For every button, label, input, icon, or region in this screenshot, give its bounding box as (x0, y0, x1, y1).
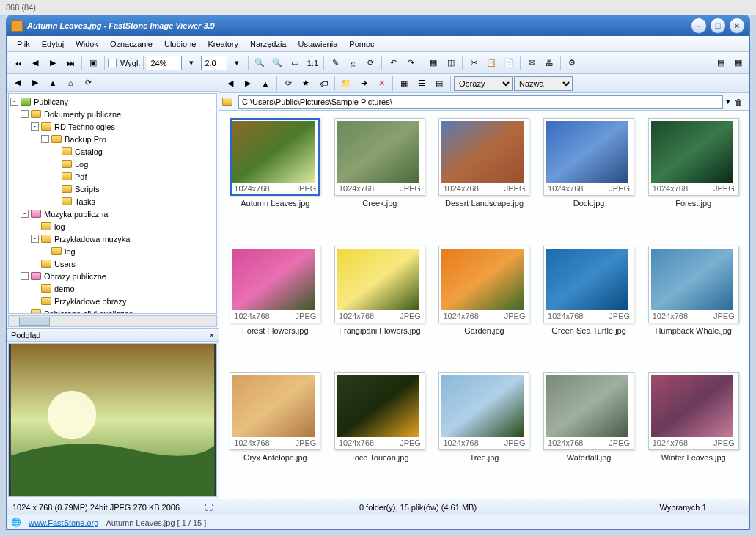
zoom-out-icon[interactable]: 🔍 (252, 55, 268, 71)
rt-up-icon[interactable]: ▲ (257, 76, 274, 92)
menu-oznaczanie[interactable]: Oznaczanie (104, 37, 158, 51)
slideshow-icon[interactable]: ▣ (85, 55, 101, 71)
menu-kreatory[interactable]: Kreatory (202, 37, 244, 51)
up-icon[interactable]: ▲ (45, 75, 61, 91)
path-field[interactable]: C:\Users\Public\Pictures\Sample Pictures… (238, 95, 723, 109)
tree-item[interactable]: demo (10, 282, 215, 295)
zoom-in-icon[interactable]: 🔍 (269, 55, 285, 71)
tree-toggle-icon[interactable]: - (31, 122, 39, 131)
rt-forward-icon[interactable]: ▶ (240, 76, 256, 92)
titlebar[interactable]: Autumn Leaves.jpg - FastStone Image View… (7, 15, 749, 36)
folder-tree[interactable]: -Publiczny-Dokumenty publiczne-RD Techno… (8, 93, 217, 314)
sort-select[interactable]: Nazwa (514, 76, 573, 91)
thumbnail[interactable]: 1024x768JPEGTree.jpg (436, 372, 533, 491)
tree-item[interactable]: -Dokumenty publiczne (10, 108, 215, 120)
thumbnail[interactable]: 1024x768JPEGWaterfall.jpg (540, 372, 638, 491)
paste-icon[interactable]: 📄 (501, 55, 517, 71)
thumbnail[interactable]: 1024x768JPEGForest Flowers.jpg (227, 246, 324, 364)
minimize-button[interactable]: – (691, 18, 707, 34)
thumbnail[interactable]: 1024x768JPEGGreen Sea Turtle.jpg (540, 246, 638, 364)
tree-item[interactable]: Scripts (10, 183, 215, 195)
thumbnail[interactable]: 1024x768JPEGForest.jpg (645, 118, 742, 237)
zoom-input[interactable] (147, 56, 182, 70)
cut-icon[interactable]: ✂ (466, 55, 482, 71)
tree-item[interactable]: -Obrazy publiczne (10, 270, 215, 282)
rt-newfolder-icon[interactable]: 📁 (338, 76, 354, 92)
status-expand-icon[interactable]: ⛶ (205, 503, 213, 512)
thumbnail[interactable]: 1024x768JPEGWinter Leaves.jpg (645, 372, 742, 491)
thumbnail[interactable]: 1024x768JPEGOryx Antelope.jpg (227, 372, 324, 491)
nav-first-icon[interactable]: ⏮ (10, 55, 26, 71)
fit-icon[interactable]: ▭ (287, 55, 303, 71)
tree-item[interactable]: log (10, 245, 215, 257)
menu-edytuj[interactable]: Edytuj (36, 37, 70, 51)
tree-toggle-icon[interactable]: - (21, 110, 29, 118)
grid-icon[interactable]: ▦ (425, 55, 441, 71)
tree-scrollbar[interactable] (8, 315, 217, 327)
nav-next-icon[interactable]: ▶ (45, 55, 61, 71)
preview-image[interactable] (8, 343, 217, 497)
zoom-dropdown-icon[interactable]: ▾ (183, 55, 199, 71)
tree-item[interactable]: -Przykładowa muzyka (10, 232, 215, 245)
trash-icon[interactable]: 🗑 (730, 94, 746, 110)
zoom-step-input[interactable] (201, 56, 227, 70)
zoom-step-dropdown-icon[interactable]: ▾ (229, 55, 245, 71)
rt-tag-icon[interactable]: 🏷 (315, 76, 331, 92)
thumbnail[interactable]: 1024x768JPEGGarden.jpg (436, 246, 533, 364)
tree-item[interactable]: -Backup Pro (10, 133, 215, 145)
compare-icon[interactable]: ◫ (443, 55, 459, 71)
rt-fav-icon[interactable]: ★ (298, 76, 314, 92)
tree-item[interactable]: Users (10, 257, 215, 270)
tool-b-icon[interactable]: ⎌ (345, 55, 361, 71)
tool-c-icon[interactable]: ⟳ (362, 55, 378, 71)
nav-prev-icon[interactable]: ◀ (27, 55, 43, 71)
preview-close-icon[interactable]: × (210, 331, 214, 339)
home-icon[interactable]: ⌂ (62, 75, 78, 91)
view-list-icon[interactable]: ☰ (414, 76, 430, 92)
thumbnail[interactable]: 1024x768JPEGCreek.jpg (331, 118, 429, 237)
nav-last-icon[interactable]: ⏭ (62, 55, 78, 71)
tree-item[interactable]: -Muzyka publiczna (10, 208, 215, 220)
rt-delete-icon[interactable]: ✕ (373, 76, 389, 92)
layout-b-icon[interactable]: ▦ (730, 55, 746, 71)
thumbnail[interactable]: 1024x768JPEGHumpback Whale.jpg (645, 246, 742, 364)
filter-type-select[interactable]: Obrazy (454, 76, 513, 91)
maximize-button[interactable]: □ (710, 18, 726, 34)
tree-item[interactable]: -Publiczny (10, 95, 215, 108)
rotate-right-icon[interactable]: ↷ (403, 55, 419, 71)
menu-plik[interactable]: Plik (11, 37, 36, 51)
tree-item[interactable]: -RD Technologies (10, 120, 215, 133)
tree-item[interactable]: Pdf (10, 170, 215, 183)
thumbnail[interactable]: 1024x768JPEGAutumn Leaves.jpg (227, 118, 324, 237)
tree-item[interactable]: log (10, 220, 215, 232)
tree-toggle-icon[interactable]: - (21, 272, 29, 280)
back-icon[interactable]: ◀ (10, 75, 26, 91)
thumbnail[interactable]: 1024x768JPEGDock.jpg (540, 118, 638, 237)
thumbnail[interactable]: 1024x768JPEGFrangipani Flowers.jpg (331, 246, 429, 364)
rt-refresh-icon[interactable]: ⟳ (280, 76, 296, 92)
layout-a-icon[interactable]: ▤ (713, 55, 729, 71)
menu-ulubione[interactable]: Ulubione (158, 37, 202, 51)
tree-toggle-icon[interactable]: - (21, 210, 29, 218)
thumbnail[interactable]: 1024x768JPEGToco Toucan.jpg (331, 372, 429, 491)
tree-item[interactable]: Catalog (10, 145, 215, 158)
view-details-icon[interactable]: ▤ (431, 76, 447, 92)
tree-toggle-icon[interactable]: - (31, 235, 39, 243)
mail-icon[interactable]: ✉ (524, 55, 540, 71)
tree-item[interactable]: Pobierane pliki publiczne (10, 307, 215, 314)
copy-icon[interactable]: 📋 (483, 55, 499, 71)
rotate-left-icon[interactable]: ↶ (385, 55, 401, 71)
tree-toggle-icon[interactable]: - (41, 135, 49, 143)
actual-size-icon[interactable]: 1:1 (304, 55, 320, 71)
menu-narzędzia[interactable]: Narzędzia (244, 37, 293, 51)
tree-item[interactable]: Log (10, 158, 215, 170)
rt-back-icon[interactable]: ◀ (222, 76, 238, 92)
rt-move-icon[interactable]: ➜ (356, 76, 372, 92)
refresh-folder-icon[interactable]: ⟳ (80, 75, 96, 91)
forward-icon[interactable]: ▶ (27, 75, 43, 91)
tree-item[interactable]: Tasks (10, 195, 215, 208)
print-icon[interactable]: 🖶 (541, 55, 557, 71)
tree-item[interactable]: Przykładowe obrazy (10, 295, 215, 307)
view-thumbs-icon[interactable]: ▦ (396, 76, 412, 92)
tool-a-icon[interactable]: ✎ (327, 55, 343, 71)
